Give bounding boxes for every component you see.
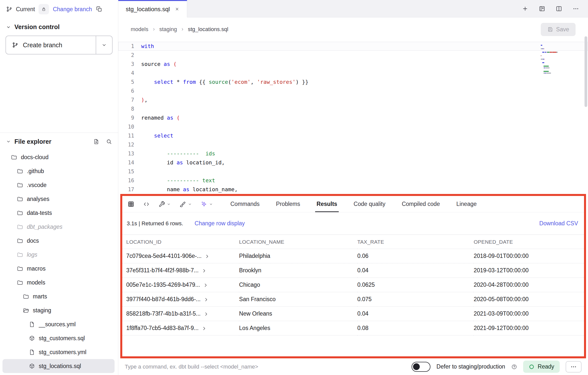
editor-tab-stg-locations[interactable]: stg_locations.sql [118, 0, 187, 17]
paintbrush-icon [180, 201, 186, 207]
defer-toggle[interactable] [412, 362, 430, 372]
table-cell: 2018-09-01T00:00:00 [474, 249, 584, 263]
row-expand-icon[interactable] [203, 283, 208, 288]
table-row[interactable]: 005e7e1c-1935-4269-b479...Chicago0.06252… [122, 278, 584, 292]
change-branch-link[interactable]: Change branch [53, 6, 92, 13]
file-tree-item-label: models [27, 279, 45, 286]
file-tree-item-dbt-packages[interactable]: dbt_packages [2, 220, 115, 234]
tab-problems[interactable]: Problems [275, 196, 302, 212]
notebook-icon[interactable] [539, 5, 545, 12]
chevron-down-icon [209, 202, 213, 206]
file-tree-item-marts[interactable]: marts [2, 289, 115, 303]
version-control-title: Version control [14, 23, 60, 31]
file-tree-item-label: logs [27, 251, 37, 258]
folder-icon [23, 307, 29, 314]
tab-code-quality[interactable]: Code quality [352, 196, 387, 212]
table-cell: 3977f440-b87d-461b-9dd6-... [122, 292, 239, 307]
close-icon[interactable] [175, 7, 179, 11]
git-branch-icon [12, 42, 18, 48]
command-bar: Defer to staging/production Ready [118, 358, 588, 375]
table-row[interactable]: 858218fb-73f7-4b1b-a31f-5...New Orleans0… [122, 307, 584, 321]
file-tree-item--sources-yml[interactable]: __sources.yml [2, 317, 115, 331]
readonly-lock-badge [39, 4, 49, 14]
table-cell: 858218fb-73f7-4b1b-a31f-5... [122, 307, 239, 321]
code-editor[interactable]: 1with23source as (45 select * from {{ so… [118, 41, 588, 194]
new-tab-plus-icon[interactable] [522, 5, 528, 12]
save-button[interactable]: Save [541, 23, 576, 36]
folder-icon [17, 168, 23, 174]
more-actions-button[interactable] [566, 361, 582, 373]
file-tree-item-analyses[interactable]: analyses [2, 192, 115, 206]
file-explorer-section-header[interactable]: File explorer [0, 133, 118, 150]
file-tree-item-docs[interactable]: docs [2, 234, 115, 248]
file-tree-item-label: staging [33, 307, 51, 314]
table-cell: Brooklyn [239, 263, 357, 278]
table-row[interactable]: 37e5f311-b7f4-4f2f-988b-7...Brooklyn0.04… [122, 263, 584, 278]
command-input[interactable] [125, 364, 406, 370]
file-tree-item-stg-customers-sql[interactable]: stg_customers.sql [2, 331, 115, 345]
file-tree-item-stg-locations-sql[interactable]: stg_locations.sql [2, 359, 115, 373]
minimap[interactable] [541, 45, 578, 74]
table-cell: 0.04 [357, 263, 474, 278]
line-number: 8 [118, 104, 141, 113]
table-row[interactable]: 7c079cea-5ed4-4101-906e-...Philadelphia0… [122, 249, 584, 263]
format-button[interactable] [180, 201, 192, 207]
split-view-icon[interactable] [556, 5, 562, 12]
folder-icon [17, 266, 23, 272]
file-tree-item-staging[interactable]: staging [2, 303, 115, 317]
create-branch-button[interactable]: Create branch [6, 36, 96, 54]
copy-icon[interactable] [96, 6, 102, 12]
download-csv-link[interactable]: Download CSV [539, 220, 578, 227]
row-expand-icon[interactable] [204, 297, 209, 302]
preview-table-button[interactable] [128, 201, 134, 207]
tab-lineage[interactable]: Lineage [455, 196, 478, 212]
chevron-right-icon [152, 27, 156, 31]
tab-compiled-code[interactable]: Compiled code [400, 196, 441, 212]
file-tree-item-stg-customers-yml[interactable]: stg_customers.yml [2, 345, 115, 359]
table-row[interactable]: 1f8ffa70-7cb5-4d83-8a7f-9...Los Angeles0… [122, 321, 584, 335]
file-tree-item-logs[interactable]: logs [2, 248, 115, 262]
column-header: TAX_RATE [357, 235, 474, 249]
row-expand-icon[interactable] [204, 312, 209, 317]
file-tree-item-label: dbt_packages [27, 224, 62, 230]
file-tree-item-macros[interactable]: macros [2, 262, 115, 276]
ai-fix-button[interactable] [201, 201, 213, 207]
table-cell: Philadelphia [239, 249, 357, 263]
build-button[interactable] [159, 201, 171, 207]
folder-icon [17, 252, 23, 258]
help-circle-icon[interactable] [511, 364, 517, 370]
row-expand-icon[interactable] [202, 326, 207, 331]
create-branch-caret-button[interactable] [96, 36, 112, 54]
file-tree-item--vscode[interactable]: .vscode [2, 178, 115, 192]
file-tree-item--github[interactable]: .github [2, 164, 115, 178]
file-tree-item-label: data-tests [27, 210, 52, 216]
tab-results[interactable]: Results [315, 196, 339, 212]
file-tree-item-docs-cloud[interactable]: docs-cloud [2, 150, 115, 164]
version-control-section-header[interactable]: Version control [0, 18, 118, 34]
file-tree-item-models[interactable]: models [2, 276, 115, 289]
table-cell: 0.06 [357, 249, 474, 263]
folder-icon [17, 196, 23, 202]
more-options-icon[interactable] [573, 5, 579, 12]
ready-circle-icon [529, 364, 535, 370]
editor-scrollbar-thumb[interactable] [585, 36, 587, 107]
code-line: 1with [118, 42, 588, 51]
breadcrumb-item: models [131, 26, 148, 33]
code-line: 13 ---------- ids [118, 149, 588, 158]
folder-icon [17, 238, 23, 244]
table-row[interactable]: 3977f440-b87d-461b-9dd6-...San Francisco… [122, 292, 584, 307]
toggle-knob [413, 363, 420, 370]
search-icon[interactable] [106, 139, 112, 145]
file-tree-item-data-tests[interactable]: data-tests [2, 206, 115, 220]
table-cell: 0.0625 [357, 278, 474, 292]
compile-code-button[interactable] [143, 201, 150, 207]
tab-commands[interactable]: Commands [229, 196, 261, 212]
new-file-icon[interactable] [93, 139, 99, 145]
row-expand-icon[interactable] [202, 268, 207, 273]
row-expand-icon[interactable] [205, 254, 210, 259]
change-row-display-link[interactable]: Change row display [195, 220, 245, 227]
ready-status-badge[interactable]: Ready [523, 361, 560, 373]
code-line: 10 [118, 122, 588, 131]
line-number: 9 [118, 113, 141, 122]
ellipsis-icon [570, 364, 577, 370]
